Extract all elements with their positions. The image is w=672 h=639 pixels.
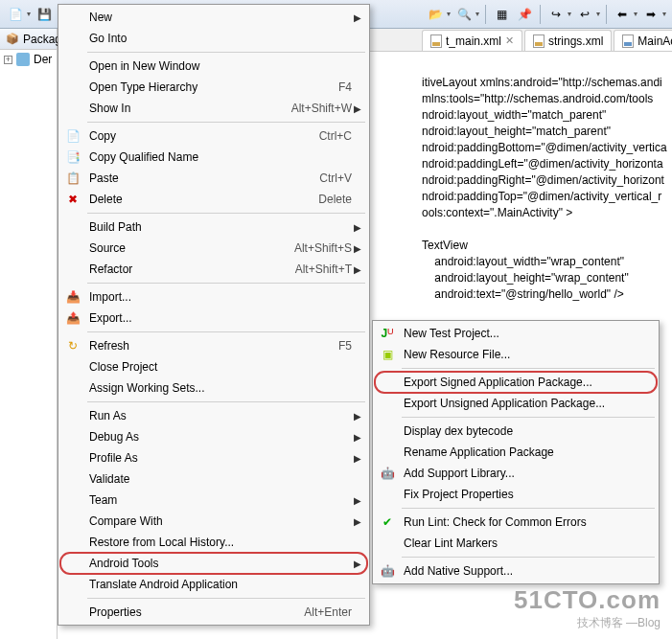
copy-icon: 📄 [60,129,85,143]
menu-paste[interactable]: 📋PasteCtrl+V [60,168,367,189]
submenu-display-dex[interactable]: Display dex bytecode [375,421,657,442]
submenu-add-native[interactable]: 🤖Add Native Support... [375,560,657,582]
tab-label: strings.xml [548,34,603,48]
submenu-clear-lint[interactable]: Clear Lint Markers [375,533,657,554]
menu-run-as[interactable]: Run As▶ [60,405,367,426]
tool-pin[interactable]: 📌 [515,5,534,24]
import-icon: 📥 [60,290,85,304]
submenu-run-lint[interactable]: ✔Run Lint: Check for Common Errors [375,512,657,533]
menu-restore-local[interactable]: Restore from Local History... [60,532,367,553]
menu-export[interactable]: 📤Export... [60,308,367,329]
menu-compare-with[interactable]: Compare With▶ [60,511,367,532]
tool-save[interactable]: 💾 [35,5,54,24]
tool-outline[interactable]: ▦ [492,5,511,24]
tab-label: t_main.xml [446,34,501,48]
menu-refactor[interactable]: RefactorAlt+Shift+T▶ [60,259,367,280]
menu-translate-android[interactable]: Translate Android Application [60,574,367,595]
menu-open-new-window[interactable]: Open in New Window [60,56,367,77]
menu-refresh[interactable]: ↻RefreshF5 [60,335,367,356]
project-icon [16,53,30,66]
android-tools-submenu: JUNew Test Project... ▣New Resource File… [372,320,660,584]
android-icon: ▣ [375,348,400,361]
package-explorer: 📦 Package + Der [0,29,58,639]
android-robot-icon: 🤖 [375,467,400,480]
tab-main-activity[interactable]: MainActivity.java [614,30,672,51]
paste-icon: 📋 [60,171,85,185]
sidebar-header: 📦 Package [0,29,57,50]
delete-icon: ✖ [60,193,85,206]
tree-item-label: Der [34,53,52,66]
tool-new[interactable]: 📄 [6,5,25,24]
tool-back[interactable]: ⬅ [613,5,632,24]
tool-open[interactable]: 📂 [426,5,445,24]
tool-search[interactable]: 🔍 [454,5,474,24]
menu-new[interactable]: New▶ [60,7,367,28]
menu-android-tools[interactable]: Android Tools▶ [60,553,367,574]
submenu-new-resource-file[interactable]: ▣New Resource File... [375,344,657,365]
xml-file-icon [430,34,442,48]
menu-show-in[interactable]: Show InAlt+Shift+W▶ [60,98,367,119]
check-icon: ✔ [375,515,400,529]
tool-prev[interactable]: ↩ [575,5,594,24]
menu-source[interactable]: SourceAlt+Shift+S▶ [60,238,367,259]
menu-profile-as[interactable]: Profile As▶ [60,447,367,468]
menu-team[interactable]: Team▶ [60,490,367,511]
tool-fwd[interactable]: ➡ [641,5,660,24]
tab-label: MainActivity.java [637,34,672,48]
submenu-add-support-lib[interactable]: 🤖Add Support Library... [375,463,657,484]
tab-main-xml[interactable]: t_main.xml✕ [422,30,522,51]
java-file-icon [622,34,634,48]
close-icon[interactable]: ✕ [505,34,514,47]
menu-delete[interactable]: ✖DeleteDelete [60,189,367,210]
menu-assign-working-sets[interactable]: Assign Working Sets... [60,377,367,399]
junit-icon: JU [375,327,400,340]
tool-next[interactable]: ↪ [546,5,566,24]
watermark: 51CTO.com 技术博客 —Blog [514,585,660,631]
menu-copy[interactable]: 📄CopyCtrl+C [60,126,367,147]
menu-build-path[interactable]: Build Path▶ [60,217,367,238]
xml-file-icon [533,34,545,48]
menu-close-project[interactable]: Close Project [60,356,367,377]
tree-item-project[interactable]: + Der [0,50,57,69]
submenu-rename-package[interactable]: Rename Application Package [375,442,657,463]
menu-open-type-hierarchy[interactable]: Open Type HierarchyF4 [60,77,367,98]
menu-copy-qualified[interactable]: 📑Copy Qualified Name [60,147,367,168]
menu-properties[interactable]: PropertiesAlt+Enter [60,602,367,623]
context-menu: New▶ Go Into Open in New Window Open Typ… [58,4,370,626]
tree-expand-icon[interactable]: + [4,56,12,64]
menu-debug-as[interactable]: Debug As▶ [60,426,367,447]
submenu-fix-project-props[interactable]: Fix Project Properties [375,484,657,505]
menu-validate[interactable]: Validate [60,468,367,490]
export-icon: 📤 [60,311,85,325]
submenu-new-test-project[interactable]: JUNew Test Project... [375,323,657,344]
menu-import[interactable]: 📥Import... [60,286,367,308]
submenu-export-signed[interactable]: Export Signed Application Package... [375,372,657,393]
menu-go-into[interactable]: Go Into [60,28,367,49]
copy-qual-icon: 📑 [60,150,85,164]
submenu-export-unsigned[interactable]: Export Unsigned Application Package... [375,393,657,414]
tab-strings-xml[interactable]: strings.xml [524,30,612,51]
android-robot-icon: 🤖 [375,564,400,578]
refresh-icon: ↻ [60,339,85,353]
